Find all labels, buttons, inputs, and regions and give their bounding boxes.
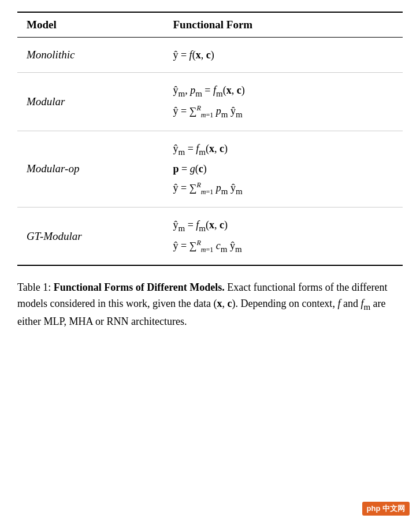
table-row: Modular-op ŷm = fm(x, c) p = g(c) ŷ = ∑R… [17,131,403,208]
table-caption: Table 1: Functional Forms of Different M… [17,280,403,330]
table-row: Modular ŷm, pm = fm(x, c) ŷ = ∑Rm=1 pm ŷ… [17,73,403,131]
formula-monolithic: ŷ = f(x, c) [163,38,403,73]
caption-label: Table 1: [17,281,54,293]
model-header: Model [17,12,163,38]
model-name-modular-op: Modular-op [17,131,163,208]
formula-modular: ŷm, pm = fm(x, c) ŷ = ∑Rm=1 pm ŷm [163,73,403,131]
model-name-modular: Modular [17,73,163,131]
watermark-badge: php 中文网 [362,502,410,516]
form-header: Functional Form [163,12,403,38]
models-table: Model Functional Form Monolithic ŷ = f(x… [17,12,403,266]
model-name-gt-modular: GT-Modular [17,208,163,266]
formula-modular-op: ŷm = fm(x, c) p = g(c) ŷ = ∑Rm=1 pm ŷm [163,131,403,208]
caption-title: Functional Forms of Different Models. [54,281,225,293]
model-name-monolithic: Monolithic [17,38,163,73]
table-row: Monolithic ŷ = f(x, c) [17,38,403,73]
formula-gt-modular: ŷm = fm(x, c) ŷ = ∑Rm=1 cm ŷm [163,208,403,266]
table-row: GT-Modular ŷm = fm(x, c) ŷ = ∑Rm=1 cm ŷm [17,208,403,266]
